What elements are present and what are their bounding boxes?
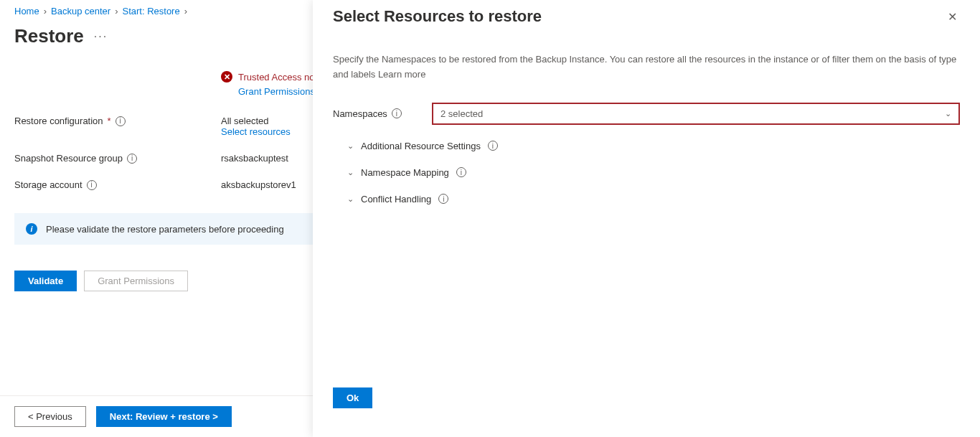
- namespaces-dropdown[interactable]: 2 selected ⌄: [432, 103, 960, 125]
- next-button[interactable]: Next: Review + restore >: [96, 406, 232, 427]
- error-icon: ✕: [221, 71, 232, 83]
- expander-label: Conflict Handling: [361, 194, 431, 205]
- page-title: Restore: [14, 25, 84, 47]
- select-resources-panel: Select Resources to restore ✕ Specify th…: [313, 0, 980, 437]
- select-resources-link[interactable]: Select resources: [221, 126, 291, 137]
- required-icon: *: [108, 116, 111, 126]
- restore-config-label: Restore configuration: [14, 116, 103, 126]
- previous-button[interactable]: < Previous: [14, 406, 86, 427]
- info-icon[interactable]: i: [438, 194, 448, 204]
- info-bar-text: Please validate the restore parameters b…: [46, 224, 284, 235]
- expander-label: Additional Resource Settings: [361, 141, 481, 151]
- panel-title: Select Resources to restore: [333, 7, 542, 26]
- chevron-right-icon: ›: [44, 6, 47, 17]
- grant-permissions-button[interactable]: Grant Permissions: [84, 271, 188, 291]
- info-icon[interactable]: i: [127, 154, 137, 164]
- chevron-right-icon: ›: [115, 6, 118, 17]
- validate-button[interactable]: Validate: [14, 271, 77, 291]
- info-icon[interactable]: i: [87, 180, 97, 190]
- info-icon[interactable]: i: [456, 167, 466, 177]
- storage-account-label: Storage account: [14, 179, 83, 190]
- namespace-mapping-expander[interactable]: ⌄ Namespace Mapping i: [347, 167, 960, 178]
- storage-account-value: aksbackupstorev1: [221, 179, 296, 190]
- close-icon[interactable]: ✕: [945, 7, 960, 27]
- chevron-right-icon: ›: [184, 6, 187, 17]
- info-icon[interactable]: i: [116, 116, 126, 126]
- chevron-down-icon: ⌄: [347, 194, 354, 204]
- restore-config-value: All selected: [221, 116, 291, 126]
- panel-description: Specify the Namespaces to be restored fr…: [333, 52, 960, 83]
- info-icon[interactable]: i: [392, 108, 402, 118]
- breadcrumb-backup-center[interactable]: Backup center: [51, 6, 110, 17]
- snapshot-rg-value: rsaksbackuptest: [221, 153, 288, 164]
- conflict-handling-expander[interactable]: ⌄ Conflict Handling i: [347, 194, 960, 205]
- namespaces-label: Namespaces: [333, 108, 387, 119]
- namespaces-value: 2 selected: [440, 108, 483, 119]
- breadcrumb-start-restore[interactable]: Start: Restore: [122, 6, 179, 17]
- snapshot-rg-label: Snapshot Resource group: [14, 153, 123, 164]
- ok-button[interactable]: Ok: [333, 387, 372, 408]
- more-menu-icon[interactable]: ···: [94, 30, 108, 43]
- chevron-down-icon: ⌄: [347, 168, 354, 177]
- chevron-down-icon: ⌄: [347, 141, 354, 151]
- expander-label: Namespace Mapping: [361, 167, 449, 178]
- breadcrumb-home[interactable]: Home: [14, 6, 39, 17]
- chevron-down-icon: ⌄: [945, 109, 951, 118]
- info-icon: i: [26, 223, 37, 235]
- info-icon[interactable]: i: [488, 141, 498, 151]
- additional-resource-settings-expander[interactable]: ⌄ Additional Resource Settings i: [347, 141, 960, 151]
